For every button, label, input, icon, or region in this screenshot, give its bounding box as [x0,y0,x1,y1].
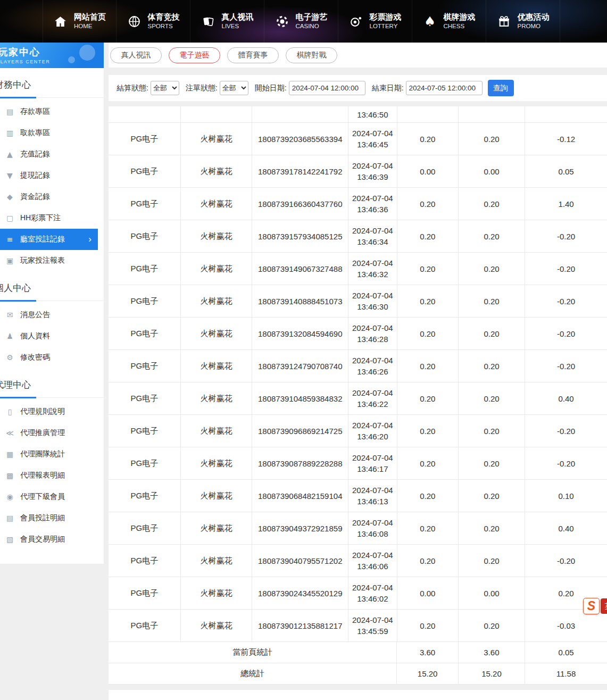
tab-chess-battle[interactable]: 棋牌對戰 [286,47,337,63]
cell-order-id: 1808739012135881217 [252,610,348,641]
nav-item-promo[interactable]: 优惠活动 PROMO [486,0,560,43]
bet-date: 2024-07-04 [352,452,393,463]
sidebar-item-agent-promotion[interactable]: ≪ 代理推廣管理 [0,422,104,444]
cell-order-id: 1808739049372921859 [252,512,348,544]
cell-game-type: PG电子 [109,123,181,155]
bet-clock-time: 13:46:45 [357,139,388,150]
sidebar-item-change-password[interactable]: ⚙ 修改密碼 [0,347,104,368]
cell-bet-amount: 0.20 [397,382,459,414]
table-row: PG电子 火树赢花 1808739024345520129 2024-07-04… [109,577,607,610]
nav-item-chess[interactable]: ♠ 棋牌游戏 CHESS [412,0,486,43]
sidebar-item-label: 代理下級會員 [20,492,65,502]
cell-game-name: 火树赢花 [181,285,253,317]
sports-ball-icon [127,14,142,29]
sidebar-item-hh-lottery-bet[interactable]: ▢ HH彩票下注 [0,207,104,229]
cell-bet-amount: 0.20 [397,415,459,447]
lottery-ball-icon [349,14,363,29]
end-date-label: 結束日期: [372,84,404,93]
nav-label-en: CHESS [444,22,476,30]
nav-label-en: SPORTS [148,22,180,30]
nav-item-lives[interactable]: 真人视讯 LIVES [190,0,264,43]
cell-game-name: 火树赢花 [181,545,253,577]
sidebar-item-agent-rules[interactable]: ▯ 代理規則說明 [0,401,104,422]
settle-status-select[interactable]: 全部 [151,81,179,95]
grand-total-win-loss: 11.58 [525,663,607,684]
nav-label-zh: 彩票游戏 [370,12,402,22]
bet-date: 2024-07-04 [352,387,393,398]
cell-win-loss: 0.05 [525,155,607,187]
sidebar-item-funds-record[interactable]: ◆ 資金記錄 [0,186,104,207]
sidebar-item-label: 個人資料 [20,331,50,341]
cell-game-type: PG电子 [109,155,181,187]
sidebar-item-recharge-record[interactable]: ▲ 充值記錄 [0,144,104,165]
transaction-detail-icon: ▧ [5,535,14,544]
sidebar-item-room-bet-record[interactable]: ≡ 廳室投註記錄 › [0,229,98,250]
tab-sports-events[interactable]: 體育賽事 [227,47,279,63]
tab-live-video[interactable]: 真人視訊 [110,47,162,63]
nav-label-en: LOTTERY [370,22,402,30]
sidebar-item-agent-sub-members[interactable]: ◉ 代理下級會員 [0,486,104,507]
sidebar-item-withdraw-zone[interactable]: ▥ 取款專區 [0,122,104,144]
sidebar: 玩家中心 PLAYERS CENTER 財務中心 ▤ 存款專區 ▥ 取款專區 ▲… [0,43,104,564]
bet-clock-time: 13:46:30 [357,301,388,312]
page-total-row: 當前頁統計 3.60 3.60 0.05 [109,642,607,663]
bet-date: 2024-07-04 [352,257,393,269]
sidebar-item-agent-team-stats[interactable]: ▦ 代理團隊統計 [0,444,104,465]
bet-date: 2024-07-04 [352,225,393,236]
cell-valid-amount: 0.20 [459,415,525,447]
cell-win-loss: 1.40 [525,188,607,220]
sidebar-item-announcements[interactable]: ✉ 消息公告 [0,304,104,326]
table-row: PG电子 火树赢花 1808739166360437760 2024-07-04… [109,188,607,220]
end-date-input[interactable] [406,81,483,95]
sidebar-item-deposit-zone[interactable]: ▤ 存款專區 [0,101,104,122]
cell-order-id: 1808739140888451073 [252,285,348,317]
sidebar-item-label: 修改密碼 [20,353,50,362]
page-total-bet: 3.60 [397,642,459,663]
sidebar-item-member-transaction-detail[interactable]: ▧ 會員交易明細 [0,529,104,550]
cell-order-id: 1808739087889228288 [252,447,348,479]
bet-date: 2024-07-04 [352,582,393,593]
sidebar-item-member-bet-detail[interactable]: ▤ 會員投註明細 [0,507,104,529]
nav-item-lottery[interactable]: 彩票游戏 LOTTERY [338,0,412,43]
bet-records-table: 13:46:50 PG电子 火树赢花 1808739203685563394 2… [109,106,607,685]
bet-clock-time: 13:45:59 [357,626,388,637]
sidebar-item-withdraw-record[interactable]: ▼ 提現記錄 [0,165,104,186]
cell-order-id: 1808739178142241792 [252,155,348,187]
sogou-logo-icon[interactable]: S [583,598,600,614]
ime-language-badge[interactable]: 英 [601,598,607,614]
search-button[interactable]: 查詢 [488,80,514,96]
cell-game-name: 火树赢花 [181,447,253,479]
bet-clock-time: 13:46:50 [357,109,388,120]
cell-order-id [252,106,348,122]
chevron-right-icon: › [88,234,92,245]
nav-label-zh: 真人视讯 [222,12,254,22]
nav-item-home[interactable]: 网站首页 HOME [43,0,117,43]
table-row: PG电子 火树赢花 1808739096869214725 2024-07-04… [109,415,607,447]
sidebar-item-player-bet-report[interactable]: ▣ 玩家投注報表 [0,250,104,271]
cell-bet-time: 2024-07-04 13:46:36 [348,188,397,220]
sidebar-item-label: HH彩票下注 [20,213,61,223]
table-row: PG电子 火树赢花 1808739140888451073 2024-07-04… [109,285,607,318]
funds-record-icon: ◆ [5,193,14,201]
cell-valid-amount: 0.20 [459,253,525,285]
bet-clock-time: 13:46:28 [357,334,388,345]
table-row: PG电子 火树赢花 1808739149067327488 2024-07-04… [109,253,607,285]
nav-item-casino[interactable]: 电子游艺 CASINO [264,0,338,43]
nav-item-sports[interactable]: 体育竞技 SPORTS [117,0,190,43]
sidebar-item-agent-report-detail[interactable]: ▩ 代理報表明細 [0,465,104,486]
grand-total-valid: 15.20 [459,663,525,684]
nav-label-en: LIVES [222,22,254,30]
pagination-panel [109,690,607,700]
table-row: PG电子 火树赢花 1808739087889228288 2024-07-04… [109,447,607,480]
sidebar-item-profile[interactable]: ♟ 個人資料 [0,326,104,347]
order-status-select[interactable]: 全部 [220,81,248,95]
table-row: PG电子 火树赢花 1808739157934085125 2024-07-04… [109,220,607,253]
tab-electronic-games[interactable]: 電子遊藝 [169,47,220,63]
start-date-input[interactable] [289,81,365,95]
cell-bet-time: 2024-07-04 13:46:34 [348,220,397,252]
bet-date: 2024-07-04 [352,549,393,561]
section-title-agent: 代理中心 [0,379,104,398]
cell-bet-amount: 0.20 [397,123,459,155]
page-total-win-loss: 0.05 [525,642,607,663]
sidebar-header: 玩家中心 PLAYERS CENTER [0,43,104,68]
